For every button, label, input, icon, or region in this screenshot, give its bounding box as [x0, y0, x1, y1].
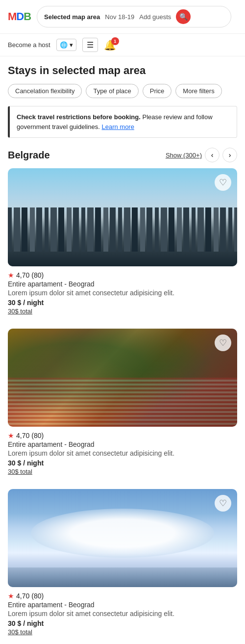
rating-value-2: 4,70 [16, 432, 29, 439]
filter-type-of-place[interactable]: Type of place [86, 84, 138, 98]
listing-desc-3: Lorem ipsum dolor sit amet consectetur a… [8, 610, 237, 618]
rating-row-2: ★ 4,70 (80) [8, 432, 237, 439]
search-dates: Nov 18-19 [105, 13, 134, 21]
review-count-1: (80) [31, 271, 44, 279]
logo-m: M [8, 10, 16, 23]
travel-warning-bold: Check travel restrictions before booking… [17, 113, 141, 121]
review-count-3: (80) [31, 592, 44, 600]
section-controls: Show (300+) ‹ › [166, 148, 237, 162]
logo[interactable]: MDB [8, 10, 31, 23]
search-area: Selected map area [44, 13, 100, 21]
star-icon-1: ★ [8, 271, 14, 279]
search-bar[interactable]: Selected map area Nov 18-19 Add guests 🔍 [37, 6, 231, 27]
listing-card: ♡ ★ 4,70 (80) Entire apartament - Beogra… [8, 329, 237, 475]
rating-row-3: ★ 4,70 (80) [8, 592, 237, 600]
favorite-button-1[interactable]: ♡ [215, 174, 231, 191]
listings-container: ♡ ★ 4,70 (80) Entire apartament - Beogra… [8, 168, 237, 636]
logo-d: D [16, 10, 24, 23]
listing-image-1: ♡ [8, 168, 237, 266]
listing-price-2: 30 $ / night [8, 459, 237, 467]
heart-icon-3: ♡ [219, 498, 227, 509]
menu-button[interactable]: ☰ [82, 38, 98, 52]
listing-title-1: Entire apartament - Beograd [8, 280, 237, 288]
globe-icon: 🌐 [60, 41, 68, 49]
listing-image-2: ♡ [8, 329, 237, 427]
become-host-link[interactable]: Become a host [8, 41, 50, 49]
listing-total-3[interactable]: 30$ total [8, 628, 237, 636]
page-title: Stays in selected map area [8, 64, 237, 77]
main-content: Stays in selected map area Cancelation f… [0, 56, 245, 636]
rating-value-1: 4,70 [16, 271, 29, 279]
filter-more[interactable]: More filters [175, 84, 221, 98]
search-guests: Add guests [139, 13, 171, 21]
lang-arrow-icon: ▾ [70, 41, 73, 49]
listing-price-1: 30 $ / night [8, 299, 237, 307]
star-icon-3: ★ [8, 592, 14, 600]
section-header: Belgrade Show (300+) ‹ › [8, 148, 237, 162]
search-button[interactable]: 🔍 [176, 9, 191, 24]
prev-button[interactable]: ‹ [205, 148, 220, 162]
heart-icon-2: ♡ [219, 337, 227, 348]
listing-title-2: Entire apartament - Beograd [8, 440, 237, 448]
language-button[interactable]: 🌐 ▾ [56, 39, 76, 51]
listing-desc-2: Lorem ipsum dolor sit amet consectetur a… [8, 449, 237, 457]
sub-header: Become a host 🌐 ▾ ☰ 🔔 1 [0, 34, 245, 56]
listing-desc-1: Lorem ipsum dolor sit amet consectetur a… [8, 289, 237, 297]
rating-row-1: ★ 4,70 (80) [8, 271, 237, 279]
search-icon: 🔍 [179, 13, 188, 21]
filters-bar: Cancelation flexibility Type of place Pr… [8, 84, 237, 98]
favorite-button-3[interactable]: ♡ [215, 495, 231, 512]
listing-card: ♡ ★ 4,70 (80) Entire apartament - Beogra… [8, 168, 237, 315]
heart-icon-1: ♡ [219, 177, 227, 188]
review-count-2: (80) [31, 432, 44, 439]
travel-warning-banner: Check travel restrictions before booking… [8, 106, 237, 138]
rating-value-3: 4,70 [16, 592, 29, 600]
notification-badge: 1 [111, 37, 119, 45]
section-title: Belgrade [8, 150, 50, 161]
star-icon-2: ★ [8, 432, 14, 439]
listing-total-2[interactable]: 30$ total [8, 468, 237, 475]
listing-title-3: Entire apartament - Beograd [8, 601, 237, 609]
travel-warning-link[interactable]: Learn more [101, 123, 134, 130]
travel-warning-text: Check travel restrictions before booking… [17, 112, 230, 131]
listing-total-1[interactable]: 30$ total [8, 308, 237, 315]
listing-card: ♡ ★ 4,70 (80) Entire apartament - Beogra… [8, 489, 237, 636]
favorite-button-2[interactable]: ♡ [215, 335, 231, 351]
logo-b: B [24, 10, 31, 23]
listing-price-3: 30 $ / night [8, 619, 237, 627]
filter-price[interactable]: Price [143, 84, 172, 98]
show-all-link[interactable]: Show (300+) [166, 152, 202, 159]
listing-image-3: ♡ [8, 489, 237, 587]
hamburger-icon: ☰ [87, 40, 94, 50]
notification-button[interactable]: 🔔 1 [104, 39, 116, 51]
next-button[interactable]: › [222, 148, 237, 162]
header: MDB Selected map area Nov 18-19 Add gues… [0, 0, 245, 34]
filter-cancelation[interactable]: Cancelation flexibility [8, 84, 82, 98]
